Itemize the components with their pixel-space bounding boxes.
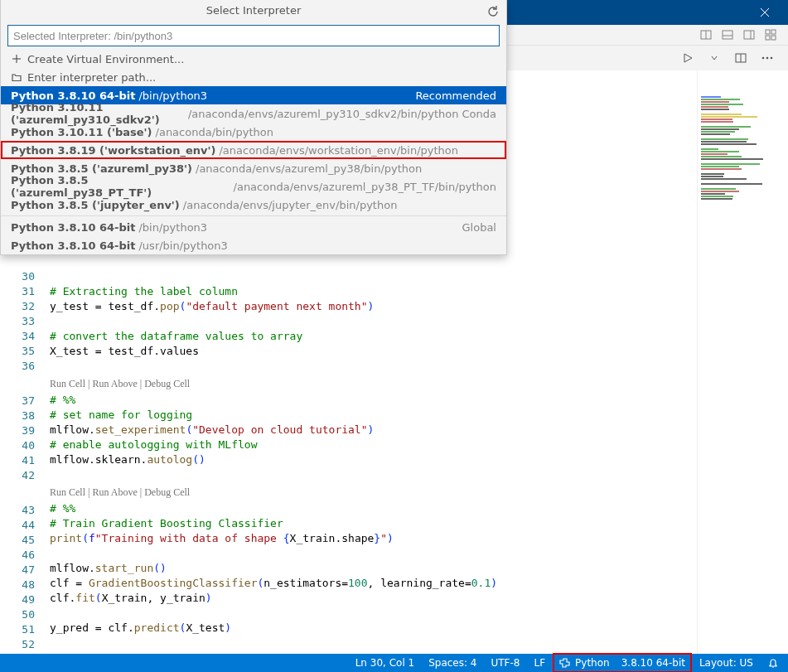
code-line[interactable]: X_test = test_df.values (50, 344, 697, 359)
code-line[interactable]: # convert the dataframe values to array (50, 329, 697, 344)
interpreter-panel: Select Interpreter Create Virtual Enviro… (0, 0, 507, 255)
interpreter-search[interactable] (7, 25, 500, 46)
status-encoding[interactable]: UTF-8 (486, 654, 526, 672)
code-line[interactable]: mlflow.start_run() (50, 561, 697, 576)
interpreter-search-input[interactable] (13, 30, 494, 42)
code-line[interactable]: # set name for logging (50, 408, 697, 423)
interpreter-item[interactable]: Python 3.8.19 ('workstation_env') /anaco… (1, 141, 506, 159)
svg-rect-11 (771, 36, 776, 40)
status-cursor[interactable]: Ln 30, Col 1 (350, 654, 421, 672)
cell-controls[interactable]: Run Cell | Run Above | Debug Cell (50, 374, 697, 393)
code-line[interactable] (50, 606, 697, 621)
status-spaces[interactable]: Spaces: 4 (423, 654, 482, 672)
svg-rect-9 (771, 30, 776, 34)
code-line[interactable]: y_pred = clf.predict(X_test) (50, 621, 697, 636)
statusbar: Ln 30, Col 1 Spaces: 4 UTF-8 LF Python 3… (0, 654, 788, 672)
interpreter-item[interactable]: Python 3.8.5 ('jupyter_env') /anaconda/e… (1, 196, 506, 214)
more-actions-icon[interactable] (758, 49, 776, 67)
svg-point-17 (771, 57, 773, 60)
code-line[interactable]: # Train Gradient Boosting Classifier (50, 516, 697, 531)
code-line[interactable] (50, 359, 697, 374)
svg-point-15 (762, 57, 765, 60)
code-line[interactable]: clf = GradientBoostingClassifier(n_estim… (50, 576, 697, 591)
code-line[interactable] (50, 467, 697, 482)
split-right-icon[interactable] (697, 26, 715, 44)
code-line[interactable]: # Extracting the label column (50, 284, 697, 299)
svg-rect-10 (766, 36, 770, 40)
code-line[interactable]: print(f"Training with data of shape {X_t… (50, 531, 697, 546)
code-line[interactable] (50, 314, 697, 329)
create-venv-item[interactable]: Create Virtual Environment... (1, 50, 506, 68)
code-line[interactable] (50, 546, 697, 561)
cell-controls[interactable]: Run Cell | Run Above | Debug Cell (50, 482, 697, 501)
svg-point-16 (766, 57, 769, 60)
split-editor-icon[interactable] (732, 49, 750, 67)
status-layout[interactable]: Layout: US (694, 654, 759, 672)
interpreter-item[interactable]: Python 3.8.10 64-bit /usr/bin/python3 (1, 236, 506, 254)
svg-rect-6 (744, 31, 754, 39)
interpreter-item[interactable]: Python 3.8.5 ('azureml_py38_PT_TF') /ana… (1, 177, 506, 196)
svg-marker-12 (684, 54, 692, 62)
interpreter-item[interactable]: Python 3.10.11 ('base') /anaconda/bin/py… (1, 123, 506, 141)
enter-path-item[interactable]: Enter interpreter path... (1, 68, 506, 86)
code-line[interactable]: clf.fit(X_train, y_train) (50, 591, 697, 606)
code-line[interactable]: mlflow.set_experiment("Develop on cloud … (50, 423, 697, 438)
window-close-button[interactable] (748, 0, 781, 25)
status-language[interactable]: Python (554, 654, 616, 672)
interpreter-item[interactable]: Python 3.8.10 64-bit /bin/python3Global (1, 218, 506, 236)
refresh-icon[interactable] (486, 4, 500, 26)
panel-bottom-icon[interactable] (718, 26, 737, 44)
svg-rect-4 (723, 31, 732, 39)
code-line[interactable]: mlflow.sklearn.autolog() (50, 452, 697, 467)
code-line[interactable]: # %% (50, 393, 697, 408)
status-bell-icon[interactable] (761, 654, 785, 672)
run-dropdown-icon[interactable] (705, 49, 723, 67)
interpreter-item[interactable]: Python 3.10.11 ('azureml_py310_sdkv2') /… (1, 104, 506, 123)
code-line[interactable]: # enable autologging with MLflow (50, 438, 697, 452)
minimap[interactable] (697, 70, 788, 654)
code-line[interactable] (50, 269, 697, 284)
run-button[interactable] (679, 49, 697, 67)
code-line[interactable]: y_test = test_df.pop("default payment ne… (50, 299, 697, 314)
status-eol[interactable]: LF (528, 654, 551, 672)
status-interpreter-group[interactable]: Python 3.8.10 64-bit (554, 654, 691, 672)
panel-right-icon[interactable] (740, 26, 758, 44)
code-line[interactable] (50, 636, 697, 650)
code-line[interactable]: # %% (50, 501, 697, 516)
status-interpreter[interactable]: 3.8.10 64-bit (616, 654, 691, 672)
panel-title: Select Interpreter (1, 0, 506, 23)
svg-rect-8 (766, 30, 770, 34)
grid-icon[interactable] (761, 26, 780, 44)
